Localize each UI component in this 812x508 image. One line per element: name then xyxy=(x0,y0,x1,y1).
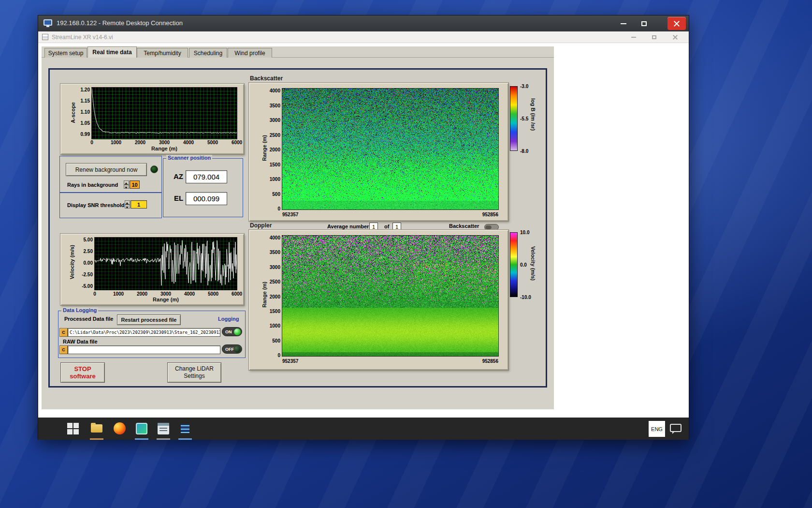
change-lidar-settings-button[interactable]: Change LiDAR Settings xyxy=(167,362,221,383)
tab-temp-humidity[interactable]: Temp/humidity xyxy=(137,48,188,58)
of-label: of xyxy=(384,224,389,229)
button-label: Settings xyxy=(184,373,204,380)
velocity-x-axis-label: Range (m) xyxy=(153,297,179,302)
rdp-titlebar[interactable]: 192.168.0.122 - Remote Desktop Connectio… xyxy=(38,15,689,31)
toggle-state-label: OFF xyxy=(225,347,234,352)
vi-minimize-button[interactable] xyxy=(627,32,640,42)
doppler-colorbar: 10.0 0.0 -10.0 Velocity (m/s) xyxy=(510,231,541,304)
tick-label: 6000 xyxy=(232,291,242,297)
log-viewer-icon[interactable] xyxy=(179,423,191,434)
colorbar-tick: -8.0 xyxy=(520,149,528,154)
file-explorer-icon[interactable] xyxy=(91,424,102,433)
az-label: AZ xyxy=(174,172,183,180)
tab-system-setup[interactable]: System setup xyxy=(44,48,87,58)
button-label: software xyxy=(70,373,95,380)
language-indicator[interactable]: ENG xyxy=(649,421,665,437)
running-indicator xyxy=(90,438,103,440)
snr-stepper[interactable] xyxy=(125,200,130,209)
backscatter-colorbar: -3.0 -5.5 -8.0 log B (/m /sr) xyxy=(510,85,541,158)
tab-wind-profile[interactable]: Wind profile xyxy=(228,48,272,58)
tick-label: 952357 xyxy=(282,212,298,217)
tick-label: 0 xyxy=(90,140,93,145)
close-button[interactable] xyxy=(667,17,686,30)
tick-label: 4000 xyxy=(270,88,280,93)
el-value-field[interactable]: 000.099 xyxy=(186,192,227,205)
start-button[interactable] xyxy=(67,423,79,435)
raw-logging-toggle[interactable]: OFF xyxy=(222,344,242,354)
rdp-client-area: StreamLine XR v14-6.vi System setup Real… xyxy=(38,31,689,440)
running-indicator xyxy=(178,438,192,440)
tick-label: 4000 xyxy=(270,235,280,240)
backscatter-y-axis-label: Range (m) xyxy=(261,135,267,161)
tab-label: Wind profile xyxy=(234,50,265,57)
tick-label: 1500 xyxy=(270,309,280,314)
snr-group: Display SNR threshold 1 xyxy=(59,193,162,218)
tab-real-time-data[interactable]: Real time data xyxy=(87,46,137,58)
tick-label: 0.99 xyxy=(81,132,90,137)
backscatter-panel: Range (m) 400035003000250020001500100050… xyxy=(249,83,508,221)
tab-scheduling[interactable]: Scheduling xyxy=(189,48,227,58)
renew-background-button[interactable]: Renew background now xyxy=(66,163,147,176)
backscatter-heatmap xyxy=(282,89,498,209)
tick-label: 5.00 xyxy=(84,237,93,242)
running-indicator xyxy=(157,438,170,440)
colorbar-tick: -10.0 xyxy=(520,295,531,300)
backscatter-title: Backscatter xyxy=(250,75,283,82)
colorbar-tick: 0.0 xyxy=(520,262,527,268)
stop-software-button[interactable]: STOP software xyxy=(60,362,105,383)
minimize-button[interactable] xyxy=(615,18,632,30)
front-panel: System setup Real time data Temp/humidit… xyxy=(42,46,554,409)
drive-browse-button[interactable]: C xyxy=(59,345,68,354)
processed-path-field[interactable]: C:\Lidar\Data\Proc\2023\202309\20230913\… xyxy=(68,328,220,337)
doppler-heatmap xyxy=(282,236,498,356)
backscatter-colorbar-gradient xyxy=(510,86,518,151)
background-led-icon xyxy=(150,165,158,173)
toggle-state-label: ON xyxy=(225,329,232,334)
tick-label: 3000 xyxy=(159,140,170,145)
snr-value-field[interactable]: 1 xyxy=(130,200,147,209)
tick-label: 952856 xyxy=(482,212,498,217)
maximize-button[interactable] xyxy=(636,18,652,30)
tick-label: 3000 xyxy=(270,118,280,123)
app-tile-icon[interactable] xyxy=(136,423,147,434)
led-off-icon xyxy=(234,346,241,353)
raw-path-field[interactable] xyxy=(68,345,220,354)
rays-value-field[interactable]: 10 xyxy=(130,180,140,189)
button-label: Renew background now xyxy=(75,166,138,173)
tick-label: 1.10 xyxy=(81,109,90,115)
processed-logging-toggle[interactable]: ON xyxy=(222,327,242,336)
vi-close-button[interactable] xyxy=(668,32,682,42)
tick-label: 4000 xyxy=(184,291,195,297)
restart-processed-file-button[interactable]: Restart processed file xyxy=(117,314,181,325)
average-number-label: Average number xyxy=(327,224,369,229)
doppler-y-axis-label: Range (m) xyxy=(261,282,267,308)
scanner-position-title: Scanner position xyxy=(166,155,212,161)
data-logging-title: Data Logging xyxy=(61,307,98,313)
notification-icon[interactable] xyxy=(670,424,682,432)
tick-label: 1000 xyxy=(270,323,280,329)
tick-label: 500 xyxy=(272,191,280,196)
az-value-field[interactable]: 079.004 xyxy=(186,170,227,183)
ascope-x-axis-label: Range (m) xyxy=(151,146,177,151)
vi-titlebar[interactable]: StreamLine XR v14-6.vi xyxy=(38,31,689,43)
tick-label: 1.05 xyxy=(81,120,90,126)
data-logging-group: Data Logging Processed Data file Restart… xyxy=(58,311,246,358)
tick-label: 1500 xyxy=(270,162,280,167)
taskbar: ENG xyxy=(38,418,689,440)
button-label: STOP xyxy=(74,365,91,373)
rays-stepper[interactable] xyxy=(124,180,129,189)
tick-label: 1000 xyxy=(113,291,124,297)
firefox-icon[interactable] xyxy=(114,422,126,434)
tab-label: Temp/humidity xyxy=(144,50,181,57)
el-label: EL xyxy=(174,194,183,202)
scan-scheduler-icon[interactable] xyxy=(158,423,169,434)
velocity-y-axis-label: Velocity (m/s) xyxy=(69,245,75,279)
colorbar-tick: -3.0 xyxy=(520,84,528,89)
velocity-plot xyxy=(95,238,237,290)
main-content-box: A-scope Range (m) 1.201.151.101.050.9901… xyxy=(48,68,547,388)
tick-label: 0 xyxy=(277,206,280,211)
drive-browse-button[interactable]: C xyxy=(59,328,68,337)
scanner-position-group: Scanner position AZ 079.004 EL 000.099 xyxy=(163,158,243,217)
processed-data-file-label: Processed Data file xyxy=(64,316,114,322)
vi-restore-button[interactable] xyxy=(647,32,661,42)
